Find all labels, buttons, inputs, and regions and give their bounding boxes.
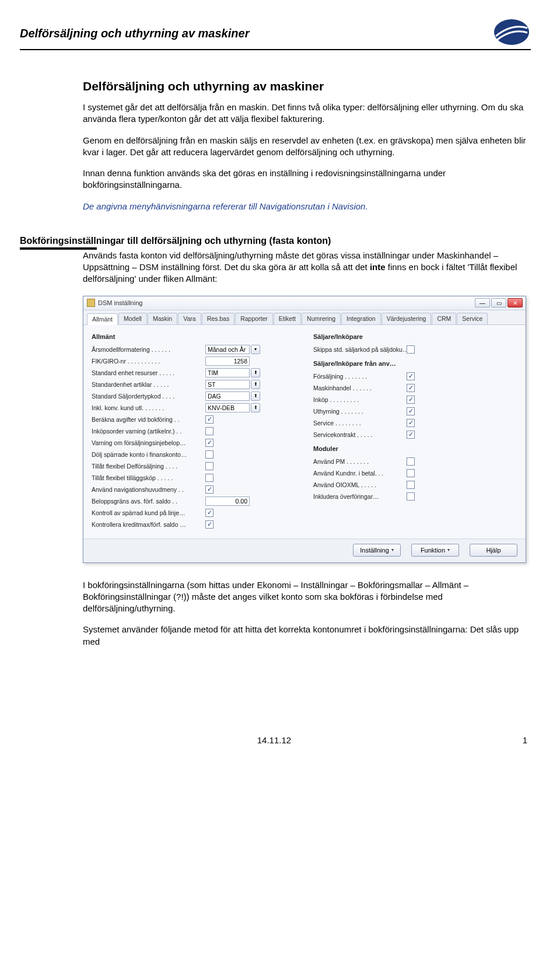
dialog-titlebar: DSM inställning — ▭ ✕	[83, 296, 526, 310]
tab-vara[interactable]: Vara	[178, 313, 201, 324]
field-control	[407, 345, 415, 354]
field-label: Skippa std. säljarkod på säljdoku…	[313, 346, 407, 353]
checkbox[interactable]	[407, 345, 415, 354]
group-title: Allmänt	[92, 333, 296, 340]
checkbox[interactable]: ✓	[407, 419, 415, 427]
tab-res.bas[interactable]: Res.bas	[202, 313, 235, 324]
left-column: Allmänt Årsmodellformatering . . . . . .…	[92, 331, 296, 530]
field-label: Använd navigationshuvudmeny . .	[92, 486, 205, 493]
field-control: ✓	[407, 419, 415, 427]
checkbox[interactable]	[407, 469, 415, 477]
maximize-button[interactable]: ▭	[491, 298, 506, 307]
app-icon	[87, 299, 95, 307]
checkbox[interactable]: ✓	[205, 415, 214, 424]
field-row: Använd OIOXML . . . . .	[313, 479, 517, 491]
checkbox[interactable]: ✓	[407, 396, 415, 404]
close-button[interactable]: ✕	[508, 298, 523, 307]
field-control: ✓	[407, 372, 415, 380]
field-label: Inköpsorder varning (artikelnr.) . .	[92, 428, 205, 435]
field-row: Standard Säljordertypkod . . . .DAG⬆	[92, 390, 296, 402]
text-input[interactable]: TIM	[205, 368, 250, 377]
button-label: Inställning	[360, 547, 389, 554]
lookup-icon[interactable]: ⬆	[251, 403, 260, 412]
right2-fields: Försäljning . . . . . . .✓Maskinhandel .…	[313, 370, 517, 440]
checkbox[interactable]	[407, 457, 415, 466]
field-row: Kontroll av spärrad kund på linje…✓	[92, 507, 296, 519]
field-control: ✓	[205, 520, 214, 529]
field-row: Inköp . . . . . . . . .✓	[313, 394, 517, 405]
lookup-icon[interactable]: ⬆	[251, 380, 260, 389]
field-control: 1258	[205, 356, 250, 366]
checkbox[interactable]	[407, 481, 415, 489]
checkbox[interactable]	[205, 462, 214, 470]
checkbox[interactable]: ✓	[205, 485, 214, 494]
field-control	[407, 481, 415, 489]
section2-body: Används fasta konton vid delförsäljning/…	[83, 250, 531, 285]
tab-service[interactable]: Service	[457, 313, 488, 324]
tab-integration[interactable]: Integration	[341, 313, 381, 324]
tab-etikett[interactable]: Etikett	[274, 313, 301, 324]
checkbox[interactable]: ✓	[407, 372, 415, 380]
checkbox[interactable]: ✓	[407, 407, 415, 415]
checkbox[interactable]: ✓	[205, 520, 214, 529]
left-fields: Årsmodellformatering . . . . . .Månad oc…	[92, 344, 296, 530]
checkbox[interactable]: ✓	[407, 384, 415, 392]
tab-värdejustering[interactable]: Värdejustering	[382, 313, 432, 324]
lookup-icon[interactable]: ⬆	[251, 391, 260, 401]
button-label: Hjälp	[486, 547, 501, 554]
checkbox[interactable]: ✓	[407, 431, 415, 439]
text-input[interactable]: 0.00	[205, 497, 250, 506]
button-label: Funktion	[421, 547, 445, 554]
field-label: Inköp . . . . . . . . .	[313, 396, 407, 403]
dialog-body: Allmänt Årsmodellformatering . . . . . .…	[83, 325, 526, 539]
field-control: ✓	[205, 485, 214, 494]
field-row: Inkl. konv. kund utl. . . . . . .KNV-DEB…	[92, 402, 296, 414]
field-row: Standardenhet artiklar . . . . .ST⬆	[92, 379, 296, 390]
section-title: Delförsäljning och uthyrning av maskiner	[83, 79, 531, 93]
field-row: Standard enhet resurser . . . . .TIM⬆	[92, 367, 296, 379]
after-paragraph: I bokföringsinställningarna (som hittas …	[83, 579, 531, 615]
chevron-down-icon[interactable]: ▾	[251, 345, 260, 354]
checkbox[interactable]	[205, 427, 214, 435]
right1-fields: Skippa std. säljarkod på säljdoku…	[313, 344, 517, 355]
nav-reference-note: De angivna menyhänvisningarna refererar …	[83, 201, 531, 212]
field-control: ✓	[407, 396, 415, 404]
text-input[interactable]: 1258	[205, 356, 250, 366]
tab-maskin[interactable]: Maskin	[148, 313, 177, 324]
tab-modell[interactable]: Modell	[118, 313, 147, 324]
checkbox[interactable]: ✓	[205, 509, 214, 517]
tab-rapporter[interactable]: Rapporter	[235, 313, 273, 324]
page-header: Delförsäljning och uthyrning av maskiner	[20, 18, 531, 47]
field-row: Inköpsorder varning (artikelnr.) . .	[92, 425, 296, 437]
minimize-button[interactable]: —	[475, 298, 490, 307]
checkbox[interactable]	[407, 492, 415, 501]
text-input[interactable]: ST	[205, 380, 250, 389]
field-label: Servicekontrakt . . . . .	[313, 431, 407, 438]
field-row: Beloppsgräns avs. förf. saldo . .0.00	[92, 495, 296, 507]
text-input[interactable]: DAG	[205, 391, 250, 401]
field-label: Service . . . . . . . .	[313, 419, 407, 426]
hjälp-button[interactable]: Hjälp	[470, 544, 517, 557]
tab-crm[interactable]: CRM	[432, 313, 456, 324]
window-controls: — ▭ ✕	[475, 298, 523, 307]
checkbox[interactable]	[205, 450, 214, 459]
lookup-icon[interactable]: ⬆	[251, 368, 260, 377]
intro-paragraph: Innan denna funktion används ska det gör…	[83, 167, 531, 191]
text-input[interactable]: Månad och År	[205, 345, 250, 354]
tab-allmänt[interactable]: Allmänt	[87, 313, 118, 325]
text-input[interactable]: KNV-DEB	[205, 403, 250, 412]
inställning-button[interactable]: Inställning▾	[353, 544, 401, 557]
field-label: FIK/GIRO-nr . . . . . . . . . .	[92, 358, 205, 365]
checkbox[interactable]	[205, 474, 214, 482]
checkbox[interactable]: ✓	[205, 439, 214, 447]
document-page: Delförsäljning och uthyrning av maskiner…	[0, 0, 560, 763]
field-control: ✓	[407, 384, 415, 392]
field-label: Standard Säljordertypkod . . . .	[92, 393, 205, 400]
tab-numrering[interactable]: Numrering	[302, 313, 341, 324]
field-control: 0.00	[205, 497, 250, 506]
field-row: Servicekontrakt . . . . .✓	[313, 429, 517, 440]
field-label: Tillåt flexibel Delförsäljning . . . .	[92, 463, 205, 470]
funktion-button[interactable]: Funktion▾	[411, 544, 459, 557]
footer-date: 14.11.12	[257, 735, 291, 745]
field-label: Maskinhandel . . . . . .	[313, 384, 407, 391]
